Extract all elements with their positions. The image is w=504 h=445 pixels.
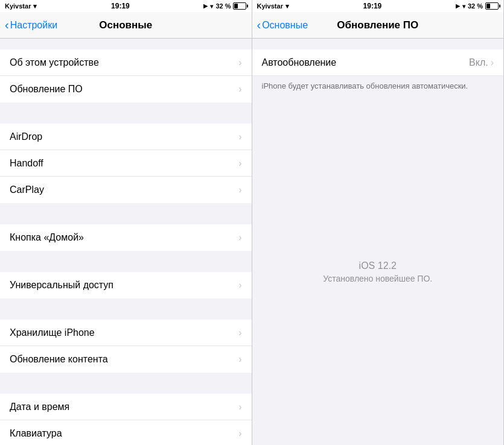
item-date-time-label: Дата и время — [10, 402, 69, 412]
gap1 — [0, 39, 252, 49]
item-content-update-label: Обновление контента — [10, 354, 108, 365]
item-storage-chevron: › — [238, 327, 241, 338]
item-about-chevron: › — [238, 57, 241, 68]
left-nav-title: Основные — [99, 19, 152, 31]
right-battery-icon — [485, 2, 499, 10]
right-signal-label: 32 % — [468, 2, 483, 10]
right-status-bar: Kyivstar ▾ 19:19 ▶ ▾ 32 % — [252, 0, 504, 12]
item-software-update[interactable]: Обновление ПО › — [0, 76, 252, 103]
left-location-icon: ▶ — [203, 3, 208, 9]
left-group-1: Об этом устройстве › Обновление ПО › — [0, 49, 252, 103]
item-handoff[interactable]: Handoff › — [0, 150, 252, 177]
left-back-chevron: ‹ — [5, 19, 9, 31]
auto-update-value-container: Вкл. › — [469, 57, 494, 68]
left-group-6: Дата и время › Клавиатура › — [0, 394, 252, 445]
right-time: 19:19 — [363, 2, 382, 10]
right-location-icon: ▶ — [456, 3, 460, 9]
item-date-time[interactable]: Дата и время › — [0, 394, 252, 420]
item-storage-label: Хранилище iPhone — [10, 327, 95, 338]
left-time: 19:19 — [111, 2, 130, 10]
auto-update-chevron: › — [491, 57, 494, 68]
right-status-left: Kyivstar ▾ — [257, 2, 289, 10]
left-group-4: Универсальный доступ › — [0, 272, 252, 298]
item-airdrop-chevron: › — [238, 131, 241, 142]
left-nav-bar: ‹ Настройки Основные — [0, 12, 252, 39]
item-software-update-label: Обновление ПО — [10, 84, 83, 95]
auto-update-label: Автообновление — [262, 57, 337, 68]
gap3 — [0, 203, 252, 224]
item-accessibility-chevron: › — [238, 280, 241, 291]
item-keyboard-label: Клавиатура — [10, 428, 62, 439]
left-carrier: Kyivstar — [5, 2, 31, 10]
item-handoff-chevron: › — [238, 158, 241, 169]
left-signal-label: 32 % — [215, 2, 231, 10]
item-carplay-chevron: › — [238, 185, 241, 195]
item-home-button[interactable]: Кнопка «Домой» › — [0, 224, 252, 251]
right-status-right: ▶ ▾ 32 % — [456, 2, 499, 10]
right-nav-bar: ‹ Основные Обновление ПО — [252, 12, 504, 39]
item-airdrop[interactable]: AirDrop › — [0, 124, 252, 150]
left-settings-content: Об этом устройстве › Обновление ПО › Air… — [0, 39, 252, 445]
left-back-label: Настройки — [10, 20, 57, 31]
item-airdrop-label: AirDrop — [10, 131, 42, 142]
right-nav-title: Обновление ПО — [337, 19, 418, 31]
auto-update-description: iPhone будет устанавливать обновления ав… — [252, 76, 504, 99]
right-back-chevron: ‹ — [257, 19, 261, 31]
right-back-label: Основные — [262, 20, 308, 31]
left-group-3: Кнопка «Домой» › — [0, 224, 252, 251]
item-keyboard[interactable]: Клавиатура › — [0, 420, 252, 445]
left-status-right: ▶ ▾ 32 % — [203, 2, 246, 10]
left-status-left: Kyivstar ▾ — [5, 2, 37, 10]
right-gap1 — [252, 39, 504, 49]
left-panel: Kyivstar ▾ 19:19 ▶ ▾ 32 % ‹ Настройки Ос… — [0, 0, 252, 445]
item-software-chevron: › — [238, 84, 241, 95]
left-group-2: AirDrop › Handoff › CarPlay › — [0, 124, 252, 203]
left-wifi2-icon: ▾ — [210, 3, 213, 10]
left-wifi-icon: ▾ — [33, 2, 37, 10]
left-group-5: Хранилище iPhone › Обновление контента › — [0, 320, 252, 373]
item-carplay[interactable]: CarPlay › — [0, 177, 252, 203]
right-wifi2-icon: ▾ — [462, 3, 465, 10]
gap2 — [0, 103, 252, 124]
item-accessibility[interactable]: Универсальный доступ › — [0, 272, 252, 298]
item-keyboard-chevron: › — [238, 428, 241, 439]
gap4 — [0, 251, 252, 272]
item-home-chevron: › — [238, 232, 241, 243]
right-wifi-icon: ▾ — [285, 2, 289, 10]
item-content-update[interactable]: Обновление контента › — [0, 346, 252, 373]
item-handoff-label: Handoff — [10, 158, 43, 169]
left-status-bar: Kyivstar ▾ 19:19 ▶ ▾ 32 % — [0, 0, 252, 12]
item-content-chevron: › — [238, 354, 241, 365]
gap5 — [0, 298, 252, 320]
ios-version-container: iOS 12.2 Установлено новейшее ПО. — [252, 99, 504, 445]
right-back-button[interactable]: ‹ Основные — [257, 19, 308, 31]
ios-subtitle-text: Установлено новейшее ПО. — [323, 274, 432, 283]
item-carplay-label: CarPlay — [10, 185, 44, 195]
gap6 — [0, 373, 252, 394]
item-about-device-label: Об этом устройстве — [10, 57, 99, 68]
right-panel: Kyivstar ▾ 19:19 ▶ ▾ 32 % ‹ Основные Обн… — [252, 0, 505, 445]
item-home-button-label: Кнопка «Домой» — [10, 232, 84, 243]
ios-version-text: iOS 12.2 — [359, 260, 397, 271]
auto-update-value: Вкл. — [469, 57, 488, 68]
item-accessibility-label: Универсальный доступ — [10, 280, 113, 291]
left-battery-icon — [233, 2, 246, 10]
item-storage[interactable]: Хранилище iPhone › — [0, 320, 252, 346]
auto-update-row[interactable]: Автообновление Вкл. › — [252, 49, 504, 76]
right-carrier: Kyivstar — [257, 2, 283, 10]
item-date-chevron: › — [238, 402, 241, 412]
auto-update-group: Автообновление Вкл. › — [252, 49, 504, 76]
right-content: Автообновление Вкл. › iPhone будет устан… — [252, 39, 504, 445]
left-back-button[interactable]: ‹ Настройки — [5, 19, 57, 31]
item-about-device[interactable]: Об этом устройстве › — [0, 49, 252, 76]
